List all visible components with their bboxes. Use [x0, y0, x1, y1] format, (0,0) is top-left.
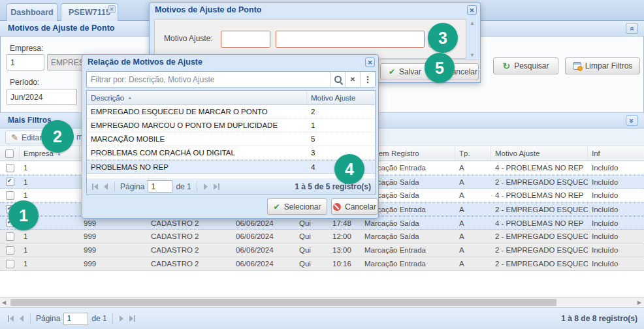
- grid-cell: A: [455, 232, 491, 240]
- modal-prev-page-button[interactable]: [103, 182, 109, 191]
- pesquisar-button[interactable]: ↻ Pesquisar: [493, 57, 558, 74]
- tab-dashboard[interactable]: Dashboard: [7, 3, 57, 21]
- modal-cell: 1: [307, 121, 375, 129]
- grid-cell: 1: [20, 178, 80, 186]
- grid-cell: Marcação Saída: [361, 219, 455, 227]
- next-page-button[interactable]: [118, 314, 125, 323]
- scrollbar-thumb[interactable]: [10, 299, 556, 306]
- horizontal-scrollbar[interactable]: ◀ ▶: [0, 297, 644, 307]
- row-checkbox[interactable]: [6, 178, 14, 186]
- grid-cell: 4 - PROBLEMAS NO REP: [491, 219, 588, 227]
- row-checkbox[interactable]: [6, 260, 14, 268]
- motivo-description-input[interactable]: [276, 31, 425, 48]
- periodo-input[interactable]: [7, 89, 77, 105]
- grid-cell: A: [455, 164, 491, 172]
- callout-1: 1: [8, 200, 39, 230]
- modal-filter-input[interactable]: [87, 72, 330, 87]
- modal-records-status: 1 à 5 de 5 registro(s): [295, 182, 371, 191]
- grid-cell: CADASTRO 2: [147, 246, 232, 254]
- page-number-input[interactable]: [63, 313, 88, 325]
- grid-cell: 2 - EMPREGADO ESQUEC...: [491, 178, 588, 186]
- modal-table-row[interactable]: MARCAÇÃO MOBILE 5: [87, 133, 375, 146]
- modal-close-icon[interactable]: ✕: [365, 57, 375, 67]
- grid-col-tp[interactable]: Tp.: [455, 146, 491, 161]
- empresa-code-input[interactable]: [7, 54, 44, 70]
- row-checkbox[interactable]: [6, 246, 14, 255]
- editar-label: Editar: [22, 133, 42, 142]
- grid-row[interactable]: 1 999 CADASTRO 2 06/06/2024 Qui 12:00 Ma…: [0, 230, 644, 243]
- scroll-up-icon[interactable]: ▲: [470, 20, 475, 26]
- prev-page-button[interactable]: [18, 314, 25, 323]
- last-page-button[interactable]: [128, 314, 137, 323]
- dialog-scrollbar[interactable]: ▲ ▼: [468, 20, 477, 58]
- grid-cell: Incluído: [588, 206, 644, 213]
- modal-col-motivo[interactable]: Motivo Ajuste: [307, 91, 375, 104]
- grid-cell: 1: [20, 164, 80, 172]
- tab-close-icon[interactable]: ✕: [108, 5, 116, 13]
- selecionar-button[interactable]: ✔ Selecionar: [267, 198, 327, 215]
- grid-cell: 1: [20, 232, 80, 240]
- limpar-filtros-label: Limpar Filtros: [585, 61, 633, 70]
- modal-col-descricao[interactable]: Descrição▲: [87, 91, 307, 104]
- grid-cell: CADASTRO 2: [147, 219, 232, 227]
- grid-cell: CADASTRO 2: [147, 260, 232, 268]
- grid-cell: Qui: [295, 260, 329, 268]
- row-checkbox[interactable]: [6, 164, 14, 172]
- pagina-label: Página: [36, 314, 60, 323]
- grid-cell: Qui: [295, 219, 329, 227]
- sort-asc-icon: ▲: [127, 95, 132, 100]
- double-chevron-up-icon: »: [628, 26, 636, 31]
- grid-col-motivo[interactable]: Motivo Ajuste: [491, 146, 588, 161]
- modal-cell: 3: [307, 149, 375, 157]
- dialog-close-icon[interactable]: ✕: [467, 5, 477, 15]
- modal-cancelar-button[interactable]: Cancelar: [331, 198, 378, 215]
- grid-cell: 06/06/2024: [232, 260, 295, 268]
- modal-last-page-button[interactable]: [212, 182, 221, 191]
- filter-search-button[interactable]: [330, 72, 345, 87]
- motivo-ajuste-label: Motivo Ajuste:: [164, 34, 213, 43]
- modal-first-page-button[interactable]: [91, 182, 99, 191]
- scroll-left-icon[interactable]: ◀: [2, 300, 6, 306]
- panel-collapse-button[interactable]: »: [626, 23, 638, 34]
- filter-menu-button[interactable]: ⋮: [360, 72, 375, 87]
- grid-cell: Marcação Entrada: [361, 260, 455, 268]
- limpar-filtros-button[interactable]: Limpar Filtros: [565, 57, 640, 74]
- modal-cell: MARCAÇÃO MOBILE: [87, 135, 307, 143]
- modal-table-row[interactable]: EMPREGADO ESQUECEU DE MARCAR O PONTO 2: [87, 105, 375, 119]
- row-checkbox[interactable]: [6, 191, 14, 200]
- mais-filtros-expand-button[interactable]: »: [626, 115, 638, 126]
- grid-row[interactable]: 1 999 CADASTRO 2 06/06/2024 Qui 13:00 Ma…: [0, 243, 644, 257]
- modal-page-number-input[interactable]: [148, 180, 172, 193]
- salvar-label: Salvar: [399, 67, 421, 76]
- grid-cell: A: [455, 260, 491, 268]
- relacao-motivos-modal: Relação de Motivos de Ajuste ✕ ✕ ⋮ Descr…: [82, 54, 379, 219]
- grid-row[interactable]: 1 999 CADASTRO 2 06/06/2024 Qui 10:16 Ma…: [0, 257, 644, 271]
- modal-table-row[interactable]: PROBLEMAS NO REP 4: [87, 160, 375, 174]
- records-status: 1 à 8 de 8 registro(s): [561, 314, 637, 323]
- row-checkbox[interactable]: [6, 232, 14, 241]
- grid-col-inf[interactable]: Inf: [588, 146, 644, 161]
- scroll-down-icon[interactable]: ▼: [470, 52, 475, 58]
- modal-table-row[interactable]: EMPREGADO MARCOU O PONTO EM DUPLICIDADE …: [87, 119, 375, 133]
- grid-cell: A: [455, 178, 491, 186]
- grid-cell: CADASTRO 2: [147, 232, 232, 240]
- modal-title: Relação de Motivos de Ajuste: [82, 55, 378, 70]
- filter-clear-button[interactable]: ✕: [345, 72, 360, 87]
- red-cancel-icon: [333, 203, 341, 211]
- modal-next-page-button[interactable]: [202, 182, 209, 191]
- salvar-button[interactable]: ✔ Salvar: [380, 63, 430, 80]
- motivo-code-input[interactable]: [221, 31, 270, 48]
- callout-3: 3: [428, 23, 458, 53]
- grid-cell: Marcação Entrada: [361, 246, 455, 254]
- pesquisar-label: Pesquisar: [514, 61, 549, 70]
- first-page-button[interactable]: [7, 314, 15, 323]
- tab-dashboard-label: Dashboard: [10, 8, 53, 17]
- modal-table-row[interactable]: PROBLEMAS COM CRACHÁ OU DIGITAL 3: [87, 146, 375, 160]
- tab-psew7115[interactable]: PSEW7115 ✕: [61, 3, 118, 21]
- scroll-right-icon[interactable]: ▶: [637, 300, 641, 306]
- modal-cancelar-label: Cancelar: [345, 202, 376, 212]
- grid-cell: 12:00: [329, 232, 361, 240]
- grid-cell: 10:16: [329, 260, 361, 268]
- grid-cell: 06/06/2024: [232, 232, 295, 240]
- select-all-checkbox[interactable]: [5, 149, 14, 158]
